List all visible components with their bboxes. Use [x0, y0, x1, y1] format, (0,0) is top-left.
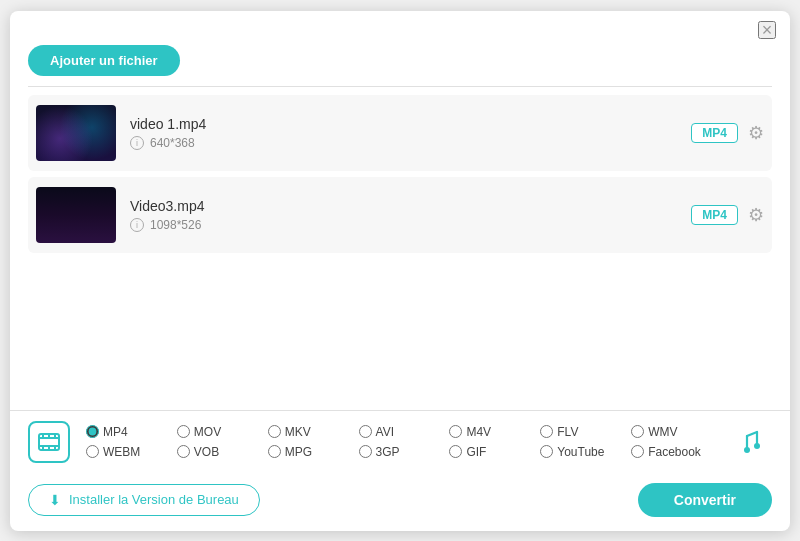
format-radio-mov[interactable] [177, 425, 190, 438]
format-radio-mp4[interactable] [86, 425, 99, 438]
svg-point-10 [754, 443, 760, 449]
format-label-avi: AVI [376, 425, 394, 439]
file-actions: MP4 ⚙ [691, 122, 764, 144]
music-icon[interactable] [730, 421, 772, 463]
format-radio-facebook[interactable] [631, 445, 644, 458]
format-label-vob: VOB [194, 445, 219, 459]
add-file-button[interactable]: Ajouter un fichier [28, 45, 180, 76]
format-label-mp4: MP4 [103, 425, 128, 439]
convert-button[interactable]: Convertir [638, 483, 772, 517]
format-label-gif: GIF [466, 445, 486, 459]
format-bar: MP4 MOV MKV AVI M4V FLV [10, 410, 790, 473]
file-thumbnail [36, 187, 116, 243]
format-label-mkv: MKV [285, 425, 311, 439]
film-icon [37, 430, 61, 454]
format-option-m4v[interactable]: M4V [449, 425, 538, 439]
format-option-mp4[interactable]: MP4 [86, 425, 175, 439]
format-label-m4v: M4V [466, 425, 491, 439]
settings-button[interactable]: ⚙ [748, 122, 764, 144]
file-meta: i 640*368 [130, 136, 677, 150]
format-radio-avi[interactable] [359, 425, 372, 438]
format-option-mkv[interactable]: MKV [268, 425, 357, 439]
file-name: video 1.mp4 [130, 116, 677, 132]
format-badge: MP4 [691, 123, 738, 143]
title-bar: × [10, 11, 790, 45]
format-option-youtube[interactable]: YouTube [540, 445, 629, 459]
format-badge: MP4 [691, 205, 738, 225]
footer-bar: ⬇ Installer la Version de Bureau Convert… [10, 473, 790, 531]
format-option-mov[interactable]: MOV [177, 425, 266, 439]
format-radio-mpg[interactable] [268, 445, 281, 458]
format-radio-3gp[interactable] [359, 445, 372, 458]
format-label-facebook: Facebook [648, 445, 701, 459]
format-radio-wmv[interactable] [631, 425, 644, 438]
format-option-wmv[interactable]: WMV [631, 425, 720, 439]
format-option-mpg[interactable]: MPG [268, 445, 357, 459]
video-format-icon[interactable] [28, 421, 70, 463]
format-radio-m4v[interactable] [449, 425, 462, 438]
file-item: video 1.mp4 i 640*368 MP4 ⚙ [28, 95, 772, 171]
file-meta: i 1098*526 [130, 218, 677, 232]
install-button[interactable]: ⬇ Installer la Version de Bureau [28, 484, 260, 516]
formats-grid: MP4 MOV MKV AVI M4V FLV [86, 425, 720, 459]
file-dimensions: 1098*526 [150, 218, 201, 232]
svg-point-9 [744, 447, 750, 453]
file-item: Video3.mp4 i 1098*526 MP4 ⚙ [28, 177, 772, 253]
install-label: Installer la Version de Bureau [69, 492, 239, 507]
format-radio-gif[interactable] [449, 445, 462, 458]
format-label-mpg: MPG [285, 445, 312, 459]
format-label-webm: WEBM [103, 445, 140, 459]
close-button[interactable]: × [758, 21, 776, 39]
format-radio-flv[interactable] [540, 425, 553, 438]
settings-button[interactable]: ⚙ [748, 204, 764, 226]
format-option-flv[interactable]: FLV [540, 425, 629, 439]
format-label-mov: MOV [194, 425, 221, 439]
file-info: video 1.mp4 i 640*368 [116, 116, 691, 150]
format-label-flv: FLV [557, 425, 578, 439]
file-thumbnail [36, 105, 116, 161]
format-option-3gp[interactable]: 3GP [359, 445, 448, 459]
format-radio-youtube[interactable] [540, 445, 553, 458]
info-icon: i [130, 218, 144, 232]
file-list: video 1.mp4 i 640*368 MP4 ⚙ Video3.mp4 i… [10, 87, 790, 410]
music-note-icon [737, 428, 765, 456]
format-label-3gp: 3GP [376, 445, 400, 459]
app-window: × Ajouter un fichier video 1.mp4 i 640*3… [10, 11, 790, 531]
file-name: Video3.mp4 [130, 198, 677, 214]
format-option-webm[interactable]: WEBM [86, 445, 175, 459]
toolbar: Ajouter un fichier [10, 45, 790, 86]
format-label-wmv: WMV [648, 425, 677, 439]
format-option-vob[interactable]: VOB [177, 445, 266, 459]
format-option-gif[interactable]: GIF [449, 445, 538, 459]
format-radio-webm[interactable] [86, 445, 99, 458]
format-label-youtube: YouTube [557, 445, 604, 459]
format-radio-mkv[interactable] [268, 425, 281, 438]
file-actions: MP4 ⚙ [691, 204, 764, 226]
format-option-avi[interactable]: AVI [359, 425, 448, 439]
format-radio-vob[interactable] [177, 445, 190, 458]
info-icon: i [130, 136, 144, 150]
format-option-facebook[interactable]: Facebook [631, 445, 720, 459]
file-dimensions: 640*368 [150, 136, 195, 150]
file-info: Video3.mp4 i 1098*526 [116, 198, 691, 232]
download-icon: ⬇ [49, 492, 61, 508]
